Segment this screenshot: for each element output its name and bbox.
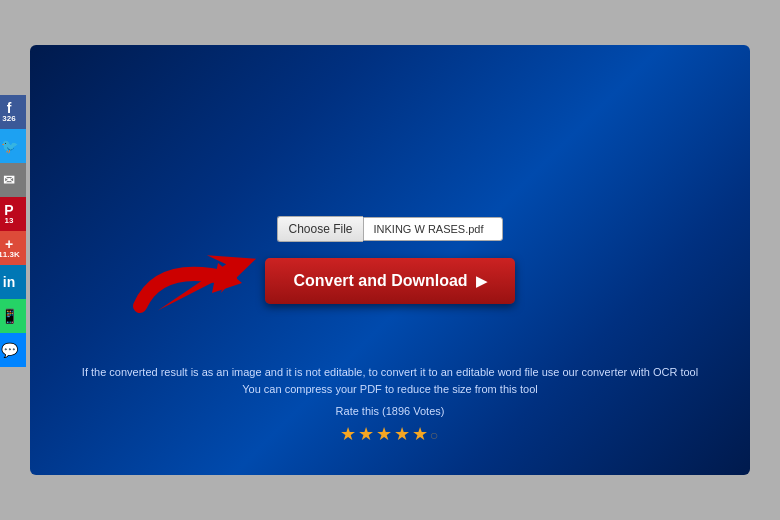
main-content: Choose File INKING W RASES.pdf Convert a…: [265, 216, 514, 304]
star-empty: ○: [430, 427, 440, 443]
facebook-icon: f: [7, 101, 12, 115]
social-email-btn[interactable]: ✉: [0, 163, 26, 197]
convert-section: Convert and Download ▶: [265, 258, 514, 304]
convert-button-label: Convert and Download: [293, 272, 467, 290]
star-1: ★: [340, 424, 358, 444]
googleplus-icon: +: [5, 237, 13, 251]
social-pinterest-btn[interactable]: P 13: [0, 197, 26, 231]
choose-file-button[interactable]: Choose File: [277, 216, 362, 242]
social-twitter-btn[interactable]: 🐦: [0, 129, 26, 163]
rate-text: Rate this (1896 Votes): [336, 405, 445, 417]
whatsapp-icon: 📱: [1, 309, 18, 323]
star-3: ★: [376, 424, 394, 444]
social-linkedin-btn[interactable]: in: [0, 265, 26, 299]
star-rating[interactable]: ★★★★★○: [340, 423, 440, 445]
file-input-row: Choose File INKING W RASES.pdf: [277, 216, 502, 242]
info-line1: If the converted result is as an image a…: [82, 364, 698, 399]
twitter-icon: 🐦: [1, 139, 18, 153]
social-facebook-btn[interactable]: f 326: [0, 95, 26, 129]
bottom-info: If the converted result is as an image a…: [30, 364, 750, 445]
main-frame: f 326 🐦 ✉ P 13 + 11.3K in 📱 💬 Choos: [30, 45, 750, 475]
social-googleplus-btn[interactable]: + 11.3K: [0, 231, 26, 265]
pinterest-icon: P: [4, 203, 13, 217]
social-sidebar: f 326 🐦 ✉ P 13 + 11.3K in 📱 💬: [0, 95, 26, 367]
social-whatsapp-btn[interactable]: 📱: [0, 299, 26, 333]
star-4: ★: [394, 424, 412, 444]
pinterest-count: 13: [5, 217, 14, 225]
googleplus-count: 11.3K: [0, 251, 20, 259]
file-name-display: INKING W RASES.pdf: [363, 217, 503, 241]
convert-download-button[interactable]: Convert and Download ▶: [265, 258, 514, 304]
messenger-icon: 💬: [1, 343, 18, 357]
social-messenger-btn[interactable]: 💬: [0, 333, 26, 367]
red-arrow: [130, 241, 260, 321]
star-2: ★: [358, 424, 376, 444]
star-half: ★: [412, 424, 430, 444]
convert-button-arrow: ▶: [476, 273, 487, 289]
linkedin-icon: in: [3, 275, 15, 289]
email-icon: ✉: [3, 173, 15, 187]
facebook-count: 326: [2, 115, 15, 123]
